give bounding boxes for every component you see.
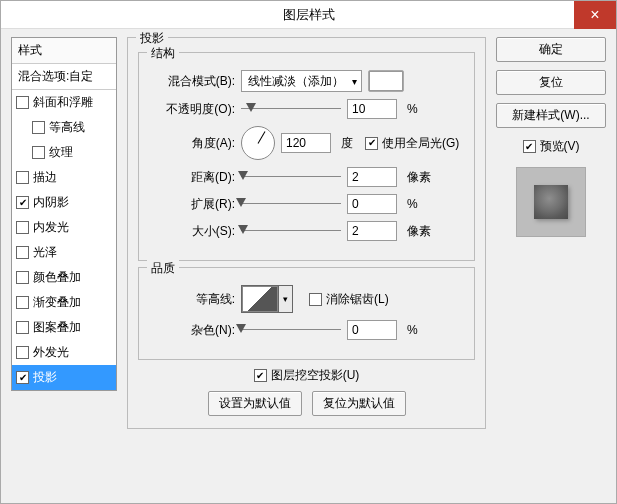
global-light-checkbox[interactable]: 使用全局光(G): [365, 135, 459, 152]
close-icon: ×: [590, 6, 599, 24]
style-item[interactable]: 描边: [12, 165, 116, 190]
make-default-button[interactable]: 设置为默认值: [208, 391, 302, 416]
titlebar: 图层样式 ×: [1, 1, 616, 29]
opacity-unit: %: [407, 102, 418, 116]
size-label: 大小(S):: [149, 223, 235, 240]
style-item-label: 描边: [33, 169, 57, 186]
preview-label: 预览(V): [540, 138, 580, 155]
contour-swatch-icon: [242, 286, 278, 312]
distance-label: 距离(D):: [149, 169, 235, 186]
style-item-label: 图案叠加: [33, 319, 81, 336]
checkbox-icon: [365, 137, 378, 150]
angle-dial[interactable]: [241, 126, 275, 160]
blend-mode-value: 线性减淡（添加）: [248, 73, 344, 90]
chevron-down-icon: ▾: [278, 286, 292, 312]
window-title: 图层样式: [283, 6, 335, 24]
checkbox-icon: [523, 140, 536, 153]
preview-box: [516, 167, 586, 237]
checkbox-icon: [16, 346, 29, 359]
color-swatch[interactable]: [368, 70, 404, 92]
style-item[interactable]: 颜色叠加: [12, 265, 116, 290]
quality-group: 品质 等高线: ▾ 消除锯齿(L) 杂色(N):: [138, 267, 475, 360]
style-item-label: 渐变叠加: [33, 294, 81, 311]
new-style-button[interactable]: 新建样式(W)...: [496, 103, 606, 128]
style-item[interactable]: 渐变叠加: [12, 290, 116, 315]
checkbox-icon: [32, 146, 45, 159]
spread-unit: %: [407, 197, 418, 211]
opacity-label: 不透明度(O):: [149, 101, 235, 118]
blend-mode-label: 混合模式(B):: [149, 73, 235, 90]
style-item[interactable]: 斜面和浮雕: [12, 90, 116, 115]
noise-unit: %: [407, 323, 418, 337]
layer-style-dialog: 图层样式 × 样式 混合选项:自定 斜面和浮雕等高线纹理描边内阴影内发光光泽颜色…: [0, 0, 617, 504]
style-item[interactable]: 纹理: [12, 140, 116, 165]
contour-label: 等高线:: [149, 291, 235, 308]
style-item[interactable]: 图案叠加: [12, 315, 116, 340]
checkbox-icon: [32, 121, 45, 134]
style-item-label: 内发光: [33, 219, 69, 236]
checkbox-icon: [16, 196, 29, 209]
angle-input[interactable]: [281, 133, 331, 153]
chevron-down-icon: ▾: [352, 76, 357, 87]
opacity-slider[interactable]: [241, 106, 341, 112]
structure-group: 结构 混合模式(B): 线性减淡（添加） ▾ 不透明度(O): %: [138, 52, 475, 261]
contour-picker[interactable]: ▾: [241, 285, 293, 313]
style-item[interactable]: 投影: [12, 365, 116, 390]
antialias-checkbox[interactable]: 消除锯齿(L): [309, 291, 389, 308]
style-item[interactable]: 光泽: [12, 240, 116, 265]
style-item[interactable]: 等高线: [12, 115, 116, 140]
size-slider[interactable]: [241, 228, 341, 234]
close-button[interactable]: ×: [574, 1, 616, 29]
checkbox-icon: [254, 369, 267, 382]
noise-input[interactable]: [347, 320, 397, 340]
noise-label: 杂色(N):: [149, 322, 235, 339]
style-item-label: 斜面和浮雕: [33, 94, 93, 111]
drop-shadow-panel: 投影 结构 混合模式(B): 线性减淡（添加） ▾ 不透明度(O):: [127, 37, 486, 429]
global-light-label: 使用全局光(G): [382, 135, 459, 152]
opacity-input[interactable]: [347, 99, 397, 119]
style-item[interactable]: 内阴影: [12, 190, 116, 215]
checkbox-icon: [16, 221, 29, 234]
style-item-label: 颜色叠加: [33, 269, 81, 286]
size-unit: 像素: [407, 223, 431, 240]
knockout-label: 图层挖空投影(U): [271, 367, 360, 384]
styles-list: 样式 混合选项:自定 斜面和浮雕等高线纹理描边内阴影内发光光泽颜色叠加渐变叠加图…: [11, 37, 117, 391]
style-item[interactable]: 内发光: [12, 215, 116, 240]
style-item-label: 外发光: [33, 344, 69, 361]
checkbox-icon: [16, 246, 29, 259]
quality-title: 品质: [147, 260, 179, 277]
style-item-label: 纹理: [49, 144, 73, 161]
distance-unit: 像素: [407, 169, 431, 186]
spread-input[interactable]: [347, 194, 397, 214]
antialias-label: 消除锯齿(L): [326, 291, 389, 308]
style-item-label: 投影: [33, 369, 57, 386]
styles-header[interactable]: 样式: [12, 38, 116, 64]
size-input[interactable]: [347, 221, 397, 241]
structure-title: 结构: [147, 45, 179, 62]
distance-input[interactable]: [347, 167, 397, 187]
blend-mode-select[interactable]: 线性减淡（添加） ▾: [241, 70, 362, 92]
reset-default-button[interactable]: 复位为默认值: [312, 391, 406, 416]
knockout-checkbox[interactable]: 图层挖空投影(U): [254, 367, 360, 384]
ok-button[interactable]: 确定: [496, 37, 606, 62]
reset-button[interactable]: 复位: [496, 70, 606, 95]
checkbox-icon: [16, 96, 29, 109]
preview-checkbox[interactable]: 预览(V): [523, 138, 580, 155]
checkbox-icon: [16, 296, 29, 309]
checkbox-icon: [16, 321, 29, 334]
style-item-label: 光泽: [33, 244, 57, 261]
checkbox-icon: [309, 293, 322, 306]
checkbox-icon: [16, 171, 29, 184]
style-item[interactable]: 外发光: [12, 340, 116, 365]
style-item-label: 等高线: [49, 119, 85, 136]
style-item-label: 内阴影: [33, 194, 69, 211]
angle-label: 角度(A):: [149, 135, 235, 152]
noise-slider[interactable]: [241, 327, 341, 333]
checkbox-icon: [16, 271, 29, 284]
checkbox-icon: [16, 371, 29, 384]
blending-options-row[interactable]: 混合选项:自定: [12, 64, 116, 90]
distance-slider[interactable]: [241, 174, 341, 180]
spread-slider[interactable]: [241, 201, 341, 207]
angle-unit: 度: [341, 135, 353, 152]
spread-label: 扩展(R):: [149, 196, 235, 213]
